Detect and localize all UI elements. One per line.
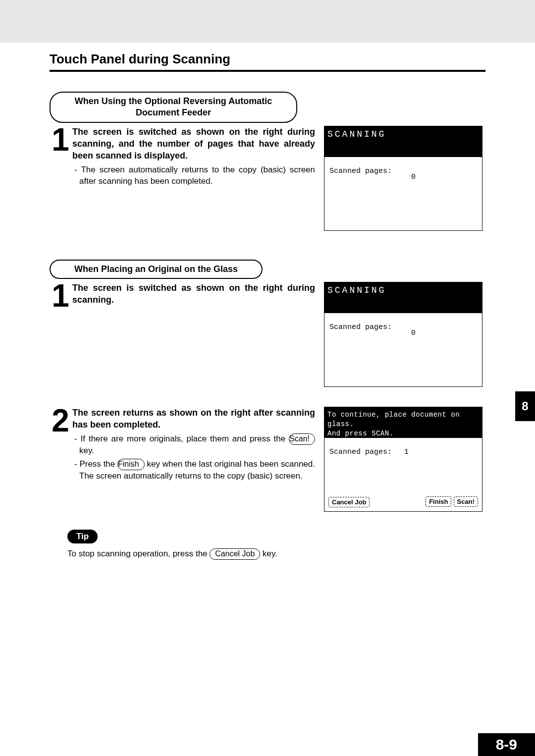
step-1-bold: The screen is switched as shown on the r… <box>72 126 315 162</box>
cancel-job-button[interactable]: Cancel Job <box>328 497 370 507</box>
panel-continue: To continue, place document on glass. An… <box>324 407 482 512</box>
tip-text-a: To stop scanning operation, press the <box>67 549 210 558</box>
step-g2-sub2a: - Press the <box>74 459 117 469</box>
step-1-text: The screen is switched as shown on the r… <box>72 126 315 187</box>
panel3-label: Scanned pages: <box>329 448 392 456</box>
step-number-1: 1 <box>50 126 71 155</box>
section-adf: When Using the Optional Reversing Automa… <box>50 92 485 231</box>
step-g2-sub2: - Press the Finish key when the last ori… <box>72 458 315 482</box>
panel3-buttons: Cancel Job Finish Scan! <box>328 497 478 507</box>
step-g2-sub1: - If there are more originals, place the… <box>72 433 315 457</box>
panel3-body: Scanned pages: 1 Cancel Job Finish Scan! <box>324 438 482 511</box>
step-g1-number: 1 <box>50 282 71 311</box>
panel-scanning-1: SCANNING Scanned pages: 0 <box>324 126 482 231</box>
section-glass: When Placing an Original on the Glass 1 … <box>50 260 485 560</box>
panel1-body: Scanned pages: 0 <box>324 157 482 230</box>
step-1-sub: - The screen automatically returns to th… <box>72 164 315 188</box>
step-1-row: 1 The screen is switched as shown on the… <box>50 126 485 231</box>
title-rule <box>50 70 485 72</box>
pill-adf: When Using the Optional Reversing Automa… <box>50 92 297 123</box>
scan-button[interactable]: Scan! <box>454 496 478 507</box>
panel3-header: To continue, place document on glass. An… <box>324 407 482 438</box>
page-number: 8-9 <box>478 733 535 756</box>
panel1-label: Scanned pages: <box>329 167 392 175</box>
cancel-job-key: Cancel Job <box>210 548 260 560</box>
panel2-body: Scanned pages: 0 <box>324 313 482 386</box>
chapter-tab: 8 <box>515 391 535 421</box>
top-gray-bar <box>0 0 535 43</box>
step-g2-number: 2 <box>50 407 71 435</box>
panel2-header: SCANNING <box>324 282 482 313</box>
panel3-msg1: To continue, place document on glass. <box>327 410 479 429</box>
tip-text: To stop scanning operation, press the Ca… <box>67 548 485 560</box>
page-title: Touch Panel during Scanning <box>50 52 485 67</box>
pill-glass-text: When Placing an Original on the Glass <box>74 264 238 275</box>
page-content: Touch Panel during Scanning When Using t… <box>0 52 535 560</box>
panel3-count: 1 <box>404 448 409 456</box>
step-g2-sub1b: key. <box>79 446 94 455</box>
tip-text-b: key. <box>263 549 277 558</box>
panel-scanning-2: SCANNING Scanned pages: 0 <box>324 282 482 387</box>
step-g1-text: The screen is switched as shown on the r… <box>72 282 315 306</box>
tip-badge: Tip <box>67 530 98 543</box>
step-g2-text: The screen returns as shown on the right… <box>72 407 315 482</box>
panel1-count: 0 <box>411 173 416 181</box>
step-g2-bold: The screen returns as shown on the right… <box>72 407 315 431</box>
scan-key: Scan! <box>289 433 315 445</box>
step-g1-bold: The screen is switched as shown on the r… <box>72 282 315 306</box>
panel2-count: 0 <box>411 329 416 337</box>
finish-button[interactable]: Finish <box>426 496 451 507</box>
pill-glass: When Placing an Original on the Glass <box>50 260 263 279</box>
step-g1-row: 1 The screen is switched as shown on the… <box>50 282 485 387</box>
pill-adf-text: When Using the Optional Reversing Automa… <box>62 96 284 119</box>
finish-key: Finish <box>117 459 145 470</box>
step-g2-sub1a: - If there are more originals, place the… <box>74 434 289 443</box>
panel2-label: Scanned pages: <box>329 323 392 331</box>
panel3-msg2: And press SCAN. <box>327 429 479 438</box>
panel1-header: SCANNING <box>324 126 482 157</box>
step-g2-row: 2 The screen returns as shown on the rig… <box>50 407 485 512</box>
